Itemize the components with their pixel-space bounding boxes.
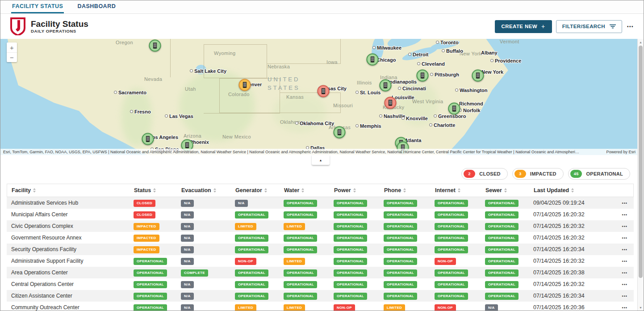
facility-marker-closed[interactable]	[385, 97, 397, 109]
building-icon	[337, 129, 343, 136]
status-cell-sewer: OPERATIONAL	[485, 246, 533, 253]
status-badge: OPERATIONAL	[334, 223, 367, 230]
create-new-button[interactable]: CREATE NEW +	[495, 20, 552, 33]
legend-label: CLOSED	[479, 171, 501, 177]
column-header-internet[interactable]: Internet	[435, 187, 485, 193]
facility-marker-operational[interactable]	[380, 80, 392, 92]
column-header-power[interactable]: Power	[334, 187, 384, 193]
scrollbar-down-arrow[interactable]: ▼	[638, 304, 644, 311]
status-cell-generator: OPERATIONAL	[235, 281, 284, 288]
filter-search-button[interactable]: FILTER/SEARCH	[556, 20, 622, 33]
facility-marker-operational[interactable]	[142, 133, 154, 145]
facility-marker-operational[interactable]	[367, 54, 379, 66]
status-badge: OPERATIONAL	[284, 281, 317, 288]
row-more-icon[interactable]: •••	[622, 201, 627, 206]
table-row: Community Outreach CenterOPERATIONALN/AL…	[7, 302, 634, 311]
vertical-scrollbar: ▲ ▼	[637, 39, 644, 311]
status-badge: OPERATIONAL	[235, 269, 268, 277]
status-cell-status: CLOSED	[134, 211, 181, 219]
row-more-icon[interactable]: •••	[622, 224, 627, 229]
building-icon	[184, 142, 190, 149]
column-header-label: Internet	[435, 187, 456, 193]
status-cell-phone: OPERATIONAL	[384, 292, 435, 300]
status-cell-generator: OPERATIONAL	[235, 211, 284, 219]
row-more-icon[interactable]: •••	[622, 259, 627, 264]
status-badge: LIMITED	[235, 223, 256, 230]
status-badge: OPERATIONAL	[485, 281, 519, 288]
city-label-memphis: Memphis	[355, 123, 381, 129]
status-cell-sewer: OPERATIONAL	[485, 199, 533, 207]
state-label-new-york: New York	[460, 51, 482, 56]
last-updated: 07/14/2025 16:20:34	[533, 246, 604, 252]
status-cell-sewer: N/A	[485, 304, 533, 311]
status-cell-generator: OPERATIONAL	[235, 234, 284, 242]
legend-pill-closed[interactable]: 2CLOSED	[461, 168, 508, 180]
column-header-sewer[interactable]: Sewer	[485, 187, 534, 193]
row-more-icon[interactable]: •••	[622, 282, 627, 287]
column-header-label: Evacuation	[181, 187, 211, 193]
legend-pill-impacted[interactable]: 3IMPACTED	[512, 168, 564, 180]
row-more-icon[interactable]: •••	[622, 236, 627, 240]
status-badge: OPERATIONAL	[334, 246, 367, 253]
status-cell-evacuation: N/A	[181, 246, 235, 253]
legend-pill-operational[interactable]: 45OPERATIONAL	[568, 168, 630, 180]
status-badge: N/A	[181, 304, 194, 311]
status-cell-sewer: OPERATIONAL	[485, 234, 533, 242]
city-label-atlanta: Atlanta	[405, 138, 421, 143]
column-header-water[interactable]: Water	[284, 187, 334, 193]
facility-name: Municipal Affairs Center	[7, 211, 134, 218]
row-more-icon[interactable]: •••	[622, 213, 627, 217]
row-actions: •••	[604, 200, 634, 206]
column-header-evacuation[interactable]: Evacuation	[181, 187, 235, 193]
status-badge: CLOSED	[134, 200, 155, 207]
sort-icon	[353, 188, 356, 193]
map[interactable]: OregonWyomingNebraskaUNITED STATESNevada…	[0, 39, 638, 155]
row-actions: •••	[604, 246, 634, 252]
facility-marker-operational[interactable]	[149, 40, 161, 52]
zoom-out-button[interactable]: −	[7, 52, 17, 62]
header-more-icon[interactable]: •••	[626, 22, 635, 31]
status-cell-power: OPERATIONAL	[334, 246, 384, 253]
status-cell-generator: N/A	[235, 199, 284, 207]
row-more-icon[interactable]: •••	[622, 271, 627, 275]
city-label-st-louis: St. Louis	[355, 90, 381, 95]
scrollbar-up-arrow[interactable]: ▲	[638, 39, 644, 45]
status-cell-water: LIMITED	[284, 257, 334, 265]
status-badge: LIMITED	[284, 258, 305, 265]
sort-icon	[301, 188, 304, 193]
column-header-status[interactable]: Status	[134, 187, 181, 193]
row-more-icon[interactable]: •••	[622, 248, 627, 252]
scrollbar-thumb[interactable]	[639, 46, 643, 278]
table-row: Civic Operations ComplexIMPACTEDN/ALIMIT…	[7, 220, 634, 232]
status-cell-evacuation: COMPLETE	[181, 269, 235, 277]
column-header-generator[interactable]: Generator	[235, 187, 284, 193]
column-header-last-updated[interactable]: Last Updated	[534, 187, 604, 193]
building-icon	[388, 100, 393, 106]
facility-marker-operational[interactable]	[472, 70, 484, 82]
row-more-icon[interactable]: •••	[622, 294, 627, 298]
status-badge: OPERATIONAL	[284, 211, 317, 219]
status-cell-status: OPERATIONAL	[134, 281, 181, 288]
status-cell-evacuation: N/A	[181, 292, 235, 300]
facility-marker-operational[interactable]	[334, 126, 346, 139]
map-collapse-handle[interactable]: ▲	[312, 155, 330, 165]
tab-facility-status[interactable]: FACILITY STATUS	[11, 0, 64, 13]
status-cell-phone: OPERATIONAL	[384, 223, 435, 230]
table-row: Administrative Support FacilityOPERATION…	[7, 255, 634, 267]
status-cell-water: OPERATIONAL	[284, 234, 334, 242]
facility-marker-impacted[interactable]	[239, 79, 251, 91]
row-more-icon[interactable]: •••	[622, 306, 627, 310]
facility-marker-operational[interactable]	[448, 103, 460, 115]
facility-marker-operational[interactable]	[417, 70, 429, 82]
status-cell-generator: LIMITED	[235, 223, 284, 230]
column-header-label: Sewer	[485, 187, 502, 193]
column-header-phone[interactable]: Phone	[384, 187, 435, 193]
zoom-in-button[interactable]: +	[7, 42, 17, 52]
status-badge: N/A	[181, 200, 194, 207]
last-updated: 07/14/2025 16:20:38	[533, 269, 604, 276]
tab-dashboard[interactable]: DASHBOARD	[76, 0, 117, 13]
building-icon	[452, 105, 457, 112]
facility-marker-closed[interactable]	[318, 85, 330, 97]
column-header-facility[interactable]: Facility	[7, 187, 134, 193]
page-header: Facility Status DAILY OPERATIONS CREATE …	[0, 14, 644, 39]
